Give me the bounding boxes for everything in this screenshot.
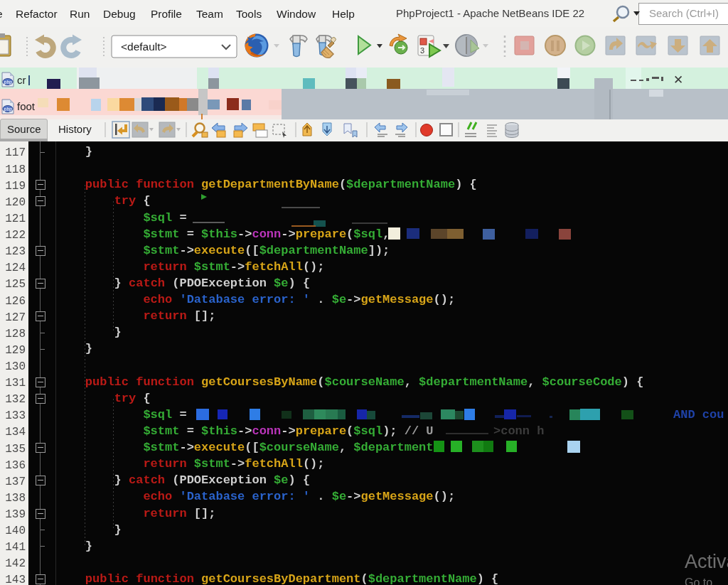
svg-text:<default>: <default> [121,41,167,53]
svg-text:php: php [4,80,13,85]
svg-text:php: php [4,107,13,112]
svg-text:3: 3 [420,46,424,55]
